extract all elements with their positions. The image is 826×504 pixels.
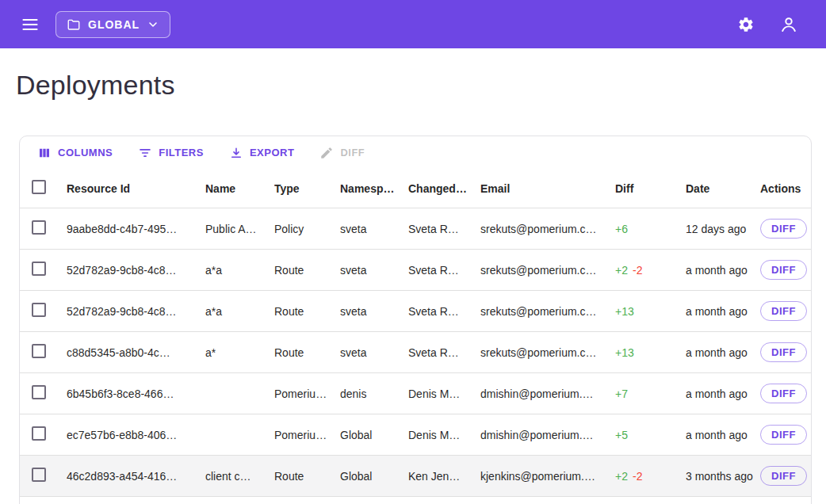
select-all-checkbox[interactable] (32, 180, 46, 194)
cell-namespace: denis (340, 388, 408, 400)
cell-date: 12 days ago (686, 223, 760, 235)
table-row[interactable]: 6b45b6f3-8ce8-466… Pomeriu… denis Denis … (20, 373, 811, 414)
column-header-actions: Actions (760, 182, 812, 195)
cell-resource-id: 52d782a9-9cb8-4c8… (67, 305, 205, 318)
table-row[interactable]: ec7e57b6-e8b8-406… Pomeriu… Global Denis… (20, 414, 811, 456)
account-button[interactable] (774, 10, 804, 40)
row-checkbox[interactable] (32, 468, 46, 482)
table-row[interactable]: 52d782a9-9cb8-4c8… a*a Route sveta Sveta… (20, 250, 811, 291)
row-checkbox[interactable] (32, 262, 46, 276)
cell-namespace: sveta (340, 264, 408, 277)
cell-diff: +7 (615, 388, 686, 400)
folder-icon (67, 17, 81, 32)
cell-changed-by: Denis M… (408, 388, 480, 400)
row-checkbox[interactable] (32, 303, 46, 317)
row-diff-button[interactable]: DIFF (760, 260, 807, 280)
diff-removed: -2 (633, 264, 642, 277)
diff-added: +5 (615, 429, 628, 441)
cell-changed-by: Sveta R… (408, 223, 480, 235)
filters-button-label: FILTERS (159, 147, 204, 158)
edit-pencil-icon (319, 146, 334, 160)
row-diff-button[interactable]: DIFF (760, 384, 807, 403)
column-header-date: Date (686, 182, 760, 195)
diff-removed: -2 (633, 470, 642, 483)
cell-resource-id: ec7e57b6-e8b8-406… (67, 429, 205, 441)
cell-name: Public A… (205, 223, 274, 235)
cell-name: a*a (205, 264, 274, 277)
row-checkbox[interactable] (32, 426, 46, 441)
namespace-label: GLOBAL (88, 18, 140, 31)
diff-button[interactable]: DIFF (312, 141, 373, 165)
download-icon (229, 146, 243, 160)
filters-button[interactable]: FILTERS (130, 141, 212, 165)
export-button[interactable]: EXPORT (221, 141, 302, 165)
cell-resource-id: 6b45b6f3-8ce8-466… (67, 388, 205, 400)
cell-changed-by: Sveta R… (408, 264, 480, 277)
cell-date: 3 months ago (686, 470, 760, 483)
cell-type: Pomeriu… (274, 388, 340, 400)
chevron-down-icon (147, 18, 159, 31)
cell-diff: +13 (615, 305, 686, 318)
row-diff-button[interactable]: DIFF (760, 301, 807, 321)
diff-added: +2 (615, 470, 628, 483)
filter-list-icon (138, 146, 152, 160)
namespace-selector[interactable]: GLOBAL (55, 11, 170, 38)
view-columns-icon (37, 146, 52, 160)
column-header-changed-by: Changed… (408, 182, 480, 195)
cell-email: srekuts@pomerium.c… (480, 305, 615, 318)
cell-email: dmishin@pomerium.… (480, 429, 615, 441)
diff-added: +6 (615, 223, 628, 235)
diff-added: +7 (615, 388, 628, 400)
cell-type: Pomeriu… (274, 429, 340, 441)
row-diff-button[interactable]: DIFF (760, 342, 807, 362)
cell-name: a* (205, 346, 274, 359)
cell-email: srekuts@pomerium.c… (480, 264, 615, 277)
export-button-label: EXPORT (250, 147, 294, 158)
menu-button[interactable] (16, 10, 44, 39)
top-bar: GLOBAL (0, 0, 826, 48)
column-header-type: Type (274, 182, 340, 195)
cell-email: dmishin@pomerium.… (480, 388, 615, 400)
column-header-resource-id: Resource Id (67, 182, 205, 195)
cell-resource-id: 9aabe8dd-c4b7-495… (67, 223, 205, 235)
table-row[interactable]: 52d782a9-9cb8-4c8… a*a Route sveta Sveta… (20, 291, 811, 332)
table-row[interactable]: 46c2d893-a454-416… client c… Route Globa… (20, 456, 811, 497)
cell-namespace: sveta (340, 223, 408, 235)
table-toolbar: COLUMNS FILTERS EXPORT DIFF (20, 136, 811, 169)
cell-type: Route (274, 305, 340, 318)
cell-type: Route (274, 346, 340, 359)
cell-resource-id: 52d782a9-9cb8-4c8… (67, 264, 205, 277)
column-header-diff: Diff (615, 182, 686, 195)
diff-added: +2 (615, 264, 628, 277)
hamburger-icon (21, 15, 40, 34)
row-checkbox[interactable] (32, 344, 46, 358)
table-row[interactable]: 9aabe8dd-c4b7-495… Public A… Policy svet… (20, 208, 811, 250)
row-diff-button[interactable]: DIFF (760, 466, 807, 486)
table-header-row: Resource Id Name Type Namesp… Changed… E… (20, 169, 811, 208)
column-header-email: Email (480, 182, 615, 195)
row-checkbox[interactable] (32, 220, 46, 235)
row-diff-button[interactable]: DIFF (760, 219, 807, 239)
cell-type: Policy (274, 223, 340, 235)
diff-button-label: DIFF (340, 147, 365, 158)
cell-namespace: sveta (340, 305, 408, 318)
table-row[interactable]: c88d5345-a8b0-4c… a* Route sveta Sveta R… (20, 332, 811, 373)
app-root: GLOBAL Deployments COLUMNS FILTERS EXPOR… (0, 0, 826, 504)
columns-button-label: COLUMNS (58, 147, 113, 158)
cell-changed-by: Ken Jen… (408, 470, 480, 483)
diff-added: +13 (615, 346, 634, 359)
cell-namespace: sveta (340, 346, 408, 359)
cell-email: kjenkins@pomerium.… (480, 470, 615, 483)
cell-diff: +2-2 (615, 264, 686, 277)
column-header-name: Name (205, 182, 274, 195)
row-diff-button[interactable]: DIFF (760, 425, 807, 445)
row-checkbox[interactable] (32, 385, 46, 399)
columns-button[interactable]: COLUMNS (29, 141, 120, 165)
settings-button[interactable] (732, 11, 759, 38)
cell-diff: +6 (615, 223, 686, 235)
cell-date: a month ago (686, 264, 760, 277)
cell-namespace: Global (340, 470, 408, 483)
gear-icon (737, 16, 755, 33)
diff-added: +13 (615, 305, 634, 318)
cell-email: srekuts@pomerium.c… (480, 346, 615, 359)
